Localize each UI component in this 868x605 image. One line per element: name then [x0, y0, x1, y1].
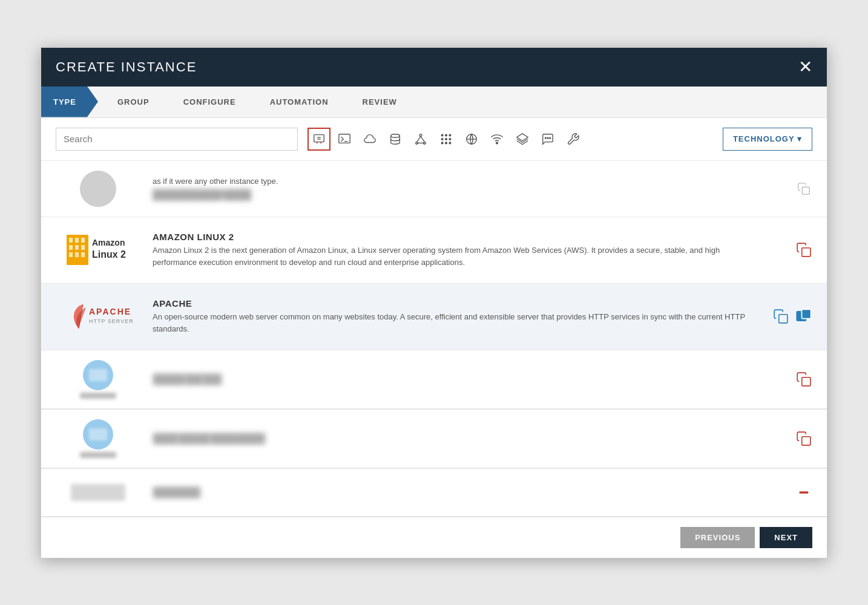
search-input[interactable] [56, 128, 298, 151]
svg-text:Amazon: Amazon [92, 238, 125, 247]
row-logo-blur [56, 360, 140, 399]
icon-filters [307, 128, 585, 151]
copy-icon[interactable] [795, 430, 812, 447]
tools-icon[interactable] [562, 128, 585, 151]
copy-icon[interactable] [795, 180, 812, 197]
svg-rect-30 [69, 238, 73, 243]
blurred-name: ██████████ ████ [153, 189, 251, 200]
svg-line-9 [417, 136, 421, 142]
tab-automation[interactable]: AUTOMATION [253, 87, 346, 117]
instance-name: AMAZON LINUX 2 [153, 232, 752, 242]
svg-point-18 [441, 142, 443, 144]
toolbar: TECHNOLOGY ▾ [41, 118, 827, 161]
svg-rect-38 [81, 252, 85, 257]
list-item: ████ ██ ██ [41, 350, 827, 409]
blurred-name: ██████ [153, 486, 201, 499]
chat-icon[interactable] [536, 128, 559, 151]
svg-point-14 [449, 134, 451, 136]
svg-rect-34 [75, 245, 79, 250]
row-actions [764, 371, 812, 388]
row-actions [764, 308, 812, 325]
layers-icon[interactable] [511, 128, 534, 151]
row-logo-blur [56, 419, 140, 458]
database-icon[interactable] [384, 128, 407, 151]
row-info: AMAZON LINUX 2 Amazon Linux 2 is the nex… [140, 232, 764, 268]
create-instance-modal: CREATE INSTANCE ✕ TYPE GROUP CONFIGURE A… [41, 47, 827, 558]
network-icon[interactable] [409, 128, 432, 151]
wifi-icon[interactable] [485, 128, 508, 151]
next-button[interactable]: NEXT [760, 527, 812, 548]
copy-icon-filled[interactable] [795, 308, 812, 325]
svg-rect-36 [69, 252, 73, 257]
copy-icon[interactable] [795, 371, 812, 388]
list-item: ██████ [41, 468, 827, 517]
row-actions [764, 484, 812, 501]
instances-list: as if it were any other instance type. █… [41, 161, 827, 517]
apps-icon[interactable] [435, 128, 458, 151]
globe-icon[interactable] [460, 128, 483, 151]
terminal-icon[interactable] [333, 128, 356, 151]
cloud-icon[interactable] [358, 128, 381, 151]
svg-rect-49 [802, 436, 810, 445]
svg-point-25 [545, 137, 546, 139]
svg-rect-28 [802, 187, 809, 194]
svg-point-16 [446, 138, 447, 140]
list-item: APACHE HTTP SERVER APACHE An open-source… [41, 284, 827, 350]
copy-icon-outline[interactable] [772, 308, 789, 325]
svg-text:Linux 2: Linux 2 [92, 249, 126, 260]
svg-rect-48 [802, 377, 810, 385]
svg-point-15 [441, 138, 443, 140]
svg-point-20 [449, 142, 451, 144]
previous-button[interactable]: PREVIOUS [680, 527, 755, 548]
instance-name: APACHE [153, 298, 752, 309]
row-info: ████ ██ ██ [140, 373, 764, 385]
modal-header: CREATE INSTANCE ✕ [41, 48, 827, 87]
technology-button[interactable]: TECHNOLOGY ▾ [723, 128, 812, 151]
instance-description: An open-source modern web server common … [153, 311, 752, 335]
svg-point-26 [547, 137, 548, 139]
svg-point-19 [446, 142, 447, 144]
svg-point-27 [550, 137, 551, 139]
row-logo-blur [56, 484, 140, 501]
list-item: ███ ████ ███████ [41, 409, 827, 468]
svg-rect-50 [800, 491, 809, 494]
svg-point-17 [449, 138, 451, 140]
tab-group[interactable]: GROUP [98, 87, 166, 117]
svg-point-12 [441, 134, 443, 136]
row-actions [764, 241, 812, 258]
amazon-linux-logo: Amazon Linux 2 [56, 229, 140, 271]
svg-point-13 [446, 134, 447, 136]
row-actions [764, 430, 812, 447]
row-logo [56, 171, 140, 207]
svg-rect-0 [314, 134, 324, 142]
modal-title: CREATE INSTANCE [56, 59, 197, 75]
svg-text:HTTP SERVER: HTTP SERVER [89, 318, 134, 324]
vm-icon[interactable] [307, 128, 330, 151]
svg-point-5 [391, 134, 400, 137]
svg-rect-37 [75, 252, 79, 257]
list-item: Amazon Linux 2 AMAZON LINUX 2 Amazon Lin… [41, 217, 827, 284]
tab-review[interactable]: REVIEW [346, 87, 414, 117]
row-info: APACHE An open-source modern web server … [140, 298, 764, 335]
tab-configure[interactable]: CONFIGURE [166, 87, 253, 117]
row-info: ███ ████ ███████ [140, 433, 764, 445]
svg-rect-35 [81, 245, 85, 250]
svg-line-10 [421, 136, 424, 142]
svg-rect-33 [69, 245, 73, 250]
modal-footer: PREVIOUS NEXT [41, 517, 827, 558]
partial-desc: as if it were any other instance type. [153, 177, 752, 186]
copy-icon[interactable] [795, 241, 812, 258]
blurred-name: ███ ████ ███████ [153, 433, 266, 445]
svg-rect-45 [779, 315, 787, 323]
tab-type[interactable]: TYPE [41, 87, 98, 117]
apache-logo: APACHE HTTP SERVER [56, 295, 140, 338]
svg-point-23 [496, 142, 498, 144]
blurred-logo [80, 171, 116, 207]
svg-rect-41 [802, 248, 810, 257]
svg-rect-47 [802, 309, 811, 318]
svg-rect-31 [75, 238, 79, 243]
row-info: as if it were any other instance type. █… [140, 177, 764, 200]
close-button[interactable]: ✕ [798, 59, 812, 76]
svg-rect-32 [81, 238, 85, 243]
minus-icon[interactable] [795, 484, 812, 501]
